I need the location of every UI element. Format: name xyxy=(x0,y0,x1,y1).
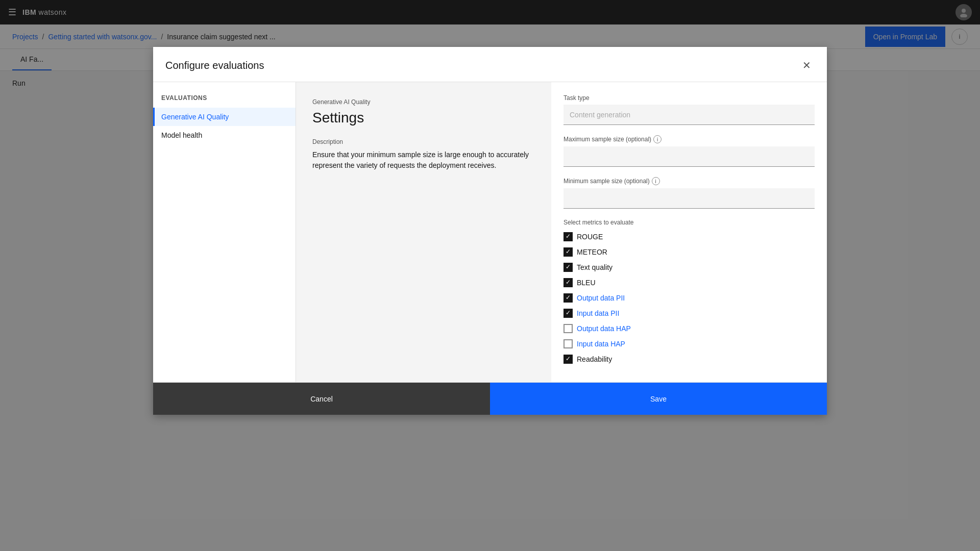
metric-label-bleu: BLEU xyxy=(577,279,596,287)
metric-row: ROUGE xyxy=(564,232,815,241)
metric-checkbox-meteor[interactable] xyxy=(564,247,573,257)
save-button[interactable]: Save xyxy=(490,383,827,415)
settings-title: Settings xyxy=(312,110,535,126)
modal-header: Configure evaluations ✕ xyxy=(153,47,827,82)
metric-checkbox-input-data-pii[interactable] xyxy=(564,309,573,318)
modal-title: Configure evaluations xyxy=(165,60,264,71)
metric-checkbox-readability[interactable] xyxy=(564,355,573,364)
description-text: Ensure that your minimum sample size is … xyxy=(312,149,535,171)
min-sample-info-icon[interactable]: i xyxy=(652,177,660,185)
modal-footer: Cancel Save xyxy=(153,382,827,415)
description-label: Description xyxy=(312,138,535,145)
metric-row: Input data HAP xyxy=(564,339,815,348)
cancel-button[interactable]: Cancel xyxy=(153,383,490,415)
task-type-label: Task type xyxy=(564,94,815,102)
metric-label-readability: Readability xyxy=(577,355,612,363)
sidebar-section-header: Evaluations xyxy=(153,90,296,108)
metric-row: Output data HAP xyxy=(564,324,815,333)
modal-main-content: Generative AI Quality Settings Descripti… xyxy=(296,82,551,382)
metric-row: Text quality xyxy=(564,263,815,272)
task-type-input[interactable] xyxy=(564,105,815,125)
metric-row: Input data PII xyxy=(564,309,815,318)
modal-overlay: Configure evaluations ✕ Evaluations Gene… xyxy=(0,0,980,551)
max-sample-size-label: Maximum sample size (optional) i xyxy=(564,135,815,143)
modal-sidebar: Evaluations Generative AI Quality Model … xyxy=(153,82,296,382)
metric-row: Readability xyxy=(564,355,815,364)
metric-label-input-data-hap[interactable]: Input data HAP xyxy=(577,340,625,348)
metric-checkbox-output-data-pii[interactable] xyxy=(564,293,573,303)
metric-checkbox-input-data-hap[interactable] xyxy=(564,339,573,348)
metrics-container: ROUGEMETEORText qualityBLEUOutput data P… xyxy=(564,232,815,364)
max-sample-info-icon[interactable]: i xyxy=(653,135,662,143)
metric-row: Output data PII xyxy=(564,293,815,303)
modal-body: Evaluations Generative AI Quality Model … xyxy=(153,82,827,382)
metric-row: BLEU xyxy=(564,278,815,287)
modal-right-panel: Task type Maximum sample size (optional)… xyxy=(551,82,827,382)
metric-label-rouge: ROUGE xyxy=(577,233,603,241)
close-button[interactable]: ✕ xyxy=(798,57,815,73)
sidebar-item-generative-ai-quality[interactable]: Generative AI Quality xyxy=(153,108,296,126)
max-sample-size-input[interactable] xyxy=(564,146,815,167)
metric-checkbox-output-data-hap[interactable] xyxy=(564,324,573,333)
min-sample-size-input[interactable] xyxy=(564,188,815,209)
modal: Configure evaluations ✕ Evaluations Gene… xyxy=(153,47,827,415)
metric-label-text-quality: Text quality xyxy=(577,263,612,271)
metric-checkbox-bleu[interactable] xyxy=(564,278,573,287)
metrics-label: Select metrics to evaluate xyxy=(564,219,815,226)
min-sample-size-label: Minimum sample size (optional) i xyxy=(564,177,815,185)
metric-row: METEOR xyxy=(564,247,815,257)
metric-label-output-data-hap[interactable]: Output data HAP xyxy=(577,324,631,333)
metric-label-input-data-pii[interactable]: Input data PII xyxy=(577,309,619,317)
metric-label-output-data-pii[interactable]: Output data PII xyxy=(577,294,625,302)
metric-checkbox-rouge[interactable] xyxy=(564,232,573,241)
sidebar-item-model-health[interactable]: Model health xyxy=(153,126,296,144)
metric-checkbox-text-quality[interactable] xyxy=(564,263,573,272)
section-label: Generative AI Quality xyxy=(312,98,535,106)
metric-label-meteor: METEOR xyxy=(577,248,607,256)
